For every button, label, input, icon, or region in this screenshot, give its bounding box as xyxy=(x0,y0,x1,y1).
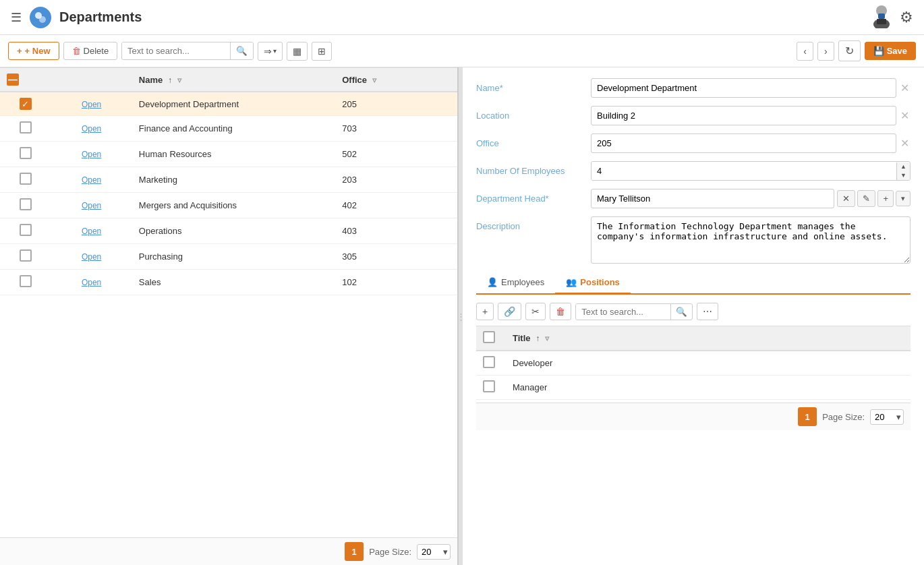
dept-head-edit-button[interactable]: ✎ xyxy=(857,190,875,207)
table-row: OpenSales102 xyxy=(0,270,457,295)
search-input[interactable] xyxy=(122,42,230,59)
search-box: 🔍 xyxy=(121,42,254,60)
open-link[interactable]: Open xyxy=(82,100,101,109)
row-name: Finance and Accounting xyxy=(132,116,335,142)
row-name: Sales xyxy=(132,270,335,295)
sub-row-title: Developer xyxy=(506,351,911,376)
search-button[interactable]: 🔍 xyxy=(230,42,253,59)
num-employees-field-row: Number Of Employees ▲ ▼ xyxy=(476,161,911,181)
dept-head-add-button[interactable]: + xyxy=(877,190,894,207)
trash-icon: 🗑 xyxy=(72,46,81,56)
open-link[interactable]: Open xyxy=(82,278,101,287)
open-link[interactable]: Open xyxy=(82,227,101,236)
description-textarea[interactable]: The Information Technology Department ma… xyxy=(591,216,911,264)
tree-view-button[interactable]: ⊞ xyxy=(312,42,332,61)
row-name: Development Department xyxy=(132,92,335,116)
sub-row-checkbox[interactable] xyxy=(483,356,495,368)
sub-row-checkbox[interactable] xyxy=(483,380,495,392)
row-checkbox[interactable]: ✓ xyxy=(20,98,32,110)
sub-row-title: Manager xyxy=(506,376,911,400)
sub-search-box: 🔍 xyxy=(575,303,693,320)
hamburger-icon[interactable]: ☰ xyxy=(11,10,22,25)
svg-rect-5 xyxy=(877,19,886,24)
office-input[interactable] xyxy=(591,133,896,153)
office-clear-button[interactable]: ✕ xyxy=(899,136,911,151)
next-button[interactable]: › xyxy=(817,42,834,61)
tab-employees[interactable]: 👤 Employees xyxy=(476,272,555,295)
sub-page-size-label: Page Size: xyxy=(822,412,865,422)
save-button[interactable]: 💾 Save xyxy=(865,42,916,60)
sub-select-all-checkbox[interactable] xyxy=(483,331,495,343)
row-office: 403 xyxy=(335,218,457,244)
sub-page-1-button[interactable]: 1 xyxy=(798,407,817,426)
sub-pagination: 1 Page Size: 20 10 50 100 xyxy=(476,403,911,430)
row-name: Mergers and Acquisitions xyxy=(132,193,335,218)
name-input[interactable] xyxy=(591,78,896,98)
open-link[interactable]: Open xyxy=(82,201,101,210)
office-column-header: Office xyxy=(342,75,367,85)
dept-head-field-row: Department Head* ✕ ✎ + ▾ xyxy=(476,189,911,208)
dept-head-clear-button[interactable]: ✕ xyxy=(837,190,855,207)
page-1-button[interactable]: 1 xyxy=(345,542,364,561)
open-link[interactable]: Open xyxy=(82,175,101,185)
save-icon: 💾 xyxy=(873,46,884,56)
row-checkbox[interactable] xyxy=(20,121,32,133)
title-filter-icon[interactable]: ▿ xyxy=(545,334,549,343)
sub-page-size-select[interactable]: 20 10 50 100 xyxy=(870,409,904,425)
user-avatar[interactable] xyxy=(871,4,892,30)
row-office: 502 xyxy=(335,142,457,167)
location-input[interactable] xyxy=(591,106,896,125)
positions-icon: 👥 xyxy=(566,277,577,287)
row-checkbox[interactable] xyxy=(20,249,32,262)
positions-table: Title ↑ ▿ DeveloperManager xyxy=(476,326,911,400)
name-clear-button[interactable]: ✕ xyxy=(899,80,911,96)
title-sort-icon[interactable]: ↑ xyxy=(536,334,540,343)
tab-positions[interactable]: 👥 Positions xyxy=(555,272,631,295)
grid-view-button[interactable]: ▦ xyxy=(287,42,308,61)
new-button[interactable]: + + New xyxy=(8,42,59,60)
open-link[interactable]: Open xyxy=(82,124,101,133)
sub-delete-button[interactable]: 🗑 xyxy=(550,303,571,320)
num-employees-input[interactable] xyxy=(591,162,896,180)
name-field-row: Name* ✕ xyxy=(476,78,911,98)
table-row: OpenPurchasing305 xyxy=(0,244,457,270)
location-clear-button[interactable]: ✕ xyxy=(899,108,911,123)
export-button[interactable]: ⇒ ▾ xyxy=(258,42,283,61)
name-filter-icon[interactable]: ▿ xyxy=(177,76,181,85)
sub-search-input[interactable] xyxy=(576,304,670,320)
row-checkbox[interactable] xyxy=(20,173,32,185)
row-checkbox[interactable] xyxy=(20,198,32,210)
refresh-button[interactable]: ↻ xyxy=(838,40,861,61)
sub-search-button[interactable]: 🔍 xyxy=(670,304,692,320)
row-checkbox[interactable] xyxy=(20,275,32,287)
open-link[interactable]: Open xyxy=(82,252,101,262)
prev-button[interactable]: ‹ xyxy=(797,42,813,61)
sub-link-button[interactable]: 🔗 xyxy=(498,303,521,320)
spin-up-button[interactable]: ▲ xyxy=(897,162,910,171)
employees-icon: 👤 xyxy=(487,277,498,287)
row-checkbox[interactable] xyxy=(20,224,32,236)
sub-add-button[interactable]: + xyxy=(476,303,494,320)
row-office: 703 xyxy=(335,116,457,142)
delete-button[interactable]: 🗑 Delete xyxy=(63,42,118,60)
dept-head-dropdown-button[interactable]: ▾ xyxy=(896,191,911,206)
spin-down-button[interactable]: ▼ xyxy=(897,171,910,180)
row-checkbox[interactable] xyxy=(20,147,32,159)
svg-rect-4 xyxy=(878,13,885,19)
select-all-checkbox[interactable]: — xyxy=(7,73,19,86)
row-name: Purchasing xyxy=(132,244,335,270)
grid-icon: ▦ xyxy=(293,46,301,57)
gear-icon[interactable]: ⚙ xyxy=(900,9,913,26)
chevron-down-icon: ▾ xyxy=(273,47,277,55)
dept-head-input[interactable] xyxy=(591,189,834,208)
sub-unlink-button[interactable]: ✂ xyxy=(525,303,546,320)
page-size-select[interactable]: 20 10 50 100 xyxy=(417,544,451,560)
name-sort-icon[interactable]: ↑ xyxy=(168,76,172,85)
tree-icon: ⊞ xyxy=(318,46,326,57)
office-filter-icon[interactable]: ▿ xyxy=(372,76,376,85)
name-column-header: Name xyxy=(139,75,163,85)
sub-more-button[interactable]: ⋯ xyxy=(697,303,718,320)
open-link[interactable]: Open xyxy=(82,150,101,159)
sub-table-row: Developer xyxy=(476,351,911,376)
table-row: OpenOperations403 xyxy=(0,218,457,244)
